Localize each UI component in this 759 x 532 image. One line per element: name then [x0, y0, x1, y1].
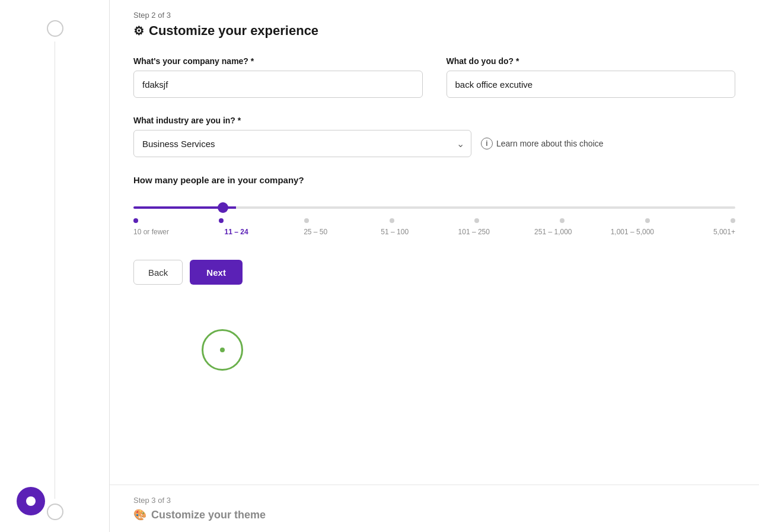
slider-label-2: 25 – 50 — [276, 228, 355, 236]
page-layout: Step 2 of 3 ⚙ Customize your experience … — [0, 0, 759, 532]
tick-4 — [474, 218, 479, 223]
step3-block: Step 3 of 3 🎨 Customize your theme — [110, 485, 759, 532]
slider-label-1: 11 – 24 — [197, 228, 276, 236]
tick-0 — [133, 218, 138, 223]
industry-label: What industry are you in? * — [133, 116, 735, 125]
spacer — [110, 302, 759, 485]
next-button[interactable]: Next — [190, 260, 243, 285]
tick-3 — [390, 218, 394, 223]
slider-label-7: 5,001+ — [672, 228, 735, 236]
floating-menu-button[interactable] — [17, 487, 45, 515]
left-sidebar — [0, 0, 110, 532]
industry-select-wrapper: Business Services Technology Healthcare … — [133, 130, 471, 157]
company-name-group: What's your company name? * — [133, 56, 423, 98]
step3-content: Step 3 of 3 🎨 Customize your theme — [133, 496, 266, 521]
button-row: Back Next — [133, 260, 735, 285]
step3-indicator — [47, 504, 63, 520]
company-name-label: What's your company name? * — [133, 56, 423, 66]
company-size-label: How many people are in your company? — [133, 175, 735, 185]
what-do-group: What do you do? * — [447, 56, 736, 98]
slider-label-0: 10 or fewer — [133, 228, 197, 236]
slider-wrapper — [133, 196, 735, 216]
tick-6 — [645, 218, 650, 223]
company-name-input[interactable] — [133, 71, 423, 98]
floating-btn-inner-dot — [26, 496, 36, 506]
industry-row: What industry are you in? * Business Ser… — [133, 116, 735, 157]
customize-icon: ⚙ — [133, 24, 144, 38]
industry-controls: Business Services Technology Healthcare … — [133, 130, 735, 157]
step2-block: Step 2 of 3 ⚙ Customize your experience — [110, 0, 759, 56]
company-size-slider[interactable] — [133, 206, 735, 209]
tick-5 — [560, 218, 565, 223]
learn-more-link[interactable]: i Learn more about this choice — [481, 138, 604, 149]
step3-title-text: Customize your theme — [151, 509, 266, 521]
tick-7 — [731, 218, 735, 223]
step2-form: What's your company name? * What do you … — [110, 56, 759, 302]
learn-more-text: Learn more about this choice — [496, 139, 604, 148]
slider-label-3: 51 – 100 — [355, 228, 435, 236]
industry-select[interactable]: Business Services Technology Healthcare … — [133, 130, 471, 157]
step3-title: 🎨 Customize your theme — [133, 508, 266, 521]
step3-label: Step 3 of 3 — [133, 496, 266, 505]
back-button[interactable]: Back — [133, 260, 183, 285]
step2-label: Step 2 of 3 — [133, 11, 735, 20]
main-content: Step 2 of 3 ⚙ Customize your experience … — [110, 0, 759, 532]
info-icon: i — [481, 138, 493, 149]
tick-2 — [304, 218, 309, 223]
what-do-label: What do you do? * — [447, 56, 736, 66]
form-row-1: What's your company name? * What do you … — [133, 56, 735, 98]
theme-icon: 🎨 — [133, 508, 146, 521]
step2-indicator — [47, 20, 63, 37]
slider-label-6: 1,001 – 5,000 — [593, 228, 672, 236]
company-size-section: How many people are in your company? — [133, 175, 735, 236]
step2-title-text: Customize your experience — [149, 23, 318, 39]
step2-title: ⚙ Customize your experience — [133, 23, 735, 39]
what-do-input[interactable] — [447, 71, 736, 98]
slider-label-5: 251 – 1,000 — [514, 228, 593, 236]
tick-1 — [219, 218, 224, 223]
timeline-line — [109, 0, 110, 532]
slider-ticks — [133, 218, 735, 223]
slider-labels-row: 10 or fewer 11 – 24 25 – 50 51 – 100 101… — [133, 228, 735, 236]
slider-label-4: 101 – 250 — [434, 228, 514, 236]
